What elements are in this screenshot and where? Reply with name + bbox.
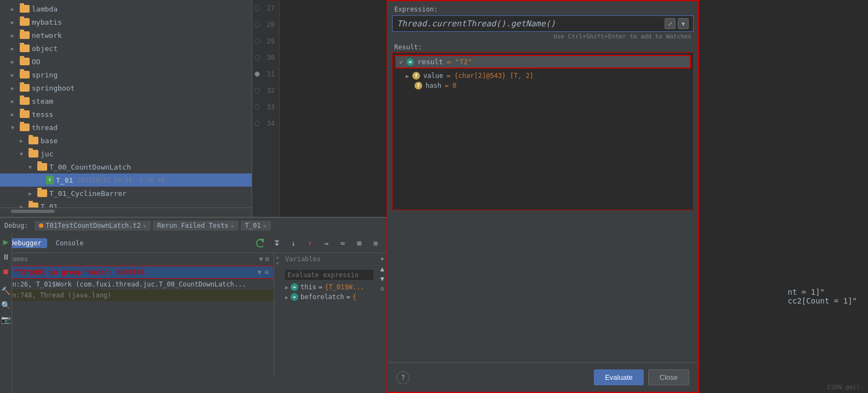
tree-item-spring[interactable]: ▶ spring [0, 68, 252, 81]
search-icon[interactable]: 🔍 [1, 301, 10, 310]
vars-settings-icon[interactable]: ⚙ [380, 285, 384, 293]
result-sub-row-hash[interactable]: f hash = 0 [395, 81, 691, 91]
resume-icon[interactable]: ▶ [3, 237, 9, 247]
folder-icon [37, 189, 47, 197]
build-icon[interactable]: 🔨 [1, 287, 10, 295]
evaluate-expression-button[interactable]: ≈ [336, 237, 349, 250]
vars-down-arrow[interactable]: ▼ [380, 275, 384, 283]
more-button[interactable]: ⊞ [353, 237, 366, 250]
help-button[interactable]: ? [396, 371, 410, 384]
tree-item-juc[interactable]: ▼ juc [0, 147, 252, 160]
breakpoint-marker [254, 104, 260, 110]
collapse-arrow: ▼ [11, 125, 20, 131]
folder-icon [29, 137, 38, 144]
expression-text: Thread.currentThread().getName() [397, 19, 555, 29]
expression-input-area[interactable]: Thread.currentThread().getName() ⤢ ▼ [392, 15, 694, 32]
tree-item-label: T_00_CountDownLatch [49, 163, 131, 171]
dialog-spacer [388, 210, 698, 363]
collapse-arrow: ▶ [29, 190, 37, 196]
tree-item-T01-file[interactable]: ▶ C T_01 2022/9/21 16:34, 1.56 kB [0, 173, 252, 187]
tree-item-steam[interactable]: ▶ steam [0, 94, 252, 108]
frame-item-1[interactable]: run:26, T_01$Work (com.fuxi.thread.juc.T… [0, 279, 274, 290]
collapse-arrow: ▶ [11, 72, 20, 78]
run-to-cursor-button[interactable]: → [320, 237, 333, 250]
tree-item-T00[interactable]: ▼ T_00_CountDownLatch [0, 160, 252, 173]
step-out-button[interactable]: ↑ [303, 237, 316, 250]
line-31: 31 [252, 66, 279, 82]
code-line-30 [280, 49, 387, 66]
code-line-bottom-1: nt = 1]" [788, 288, 857, 296]
result-sub-row-value[interactable]: ▶ f value = {char[2]@543} [T, 2] [395, 71, 691, 81]
tree-item-label: lambda [32, 5, 58, 13]
expand-icon[interactable]: ⊞ [265, 255, 269, 263]
frame-label-2: run:748, Thread (java.lang) [4, 291, 111, 299]
vars-up-arrow[interactable]: ▲ [380, 265, 384, 273]
rerun-button[interactable] [254, 237, 267, 250]
filter-frame-icon[interactable]: ▼ [258, 268, 262, 276]
step-over-button[interactable] [270, 237, 283, 250]
filter-icon[interactable]: ▼ [259, 255, 263, 263]
close-icon[interactable]: ✕ [143, 223, 146, 229]
var-value: {T_01$W... [325, 283, 364, 291]
code-line-32 [280, 82, 387, 99]
tree-item-label: thread [32, 123, 58, 132]
add-watch-icon[interactable]: + [380, 255, 384, 263]
folder-icon [20, 31, 30, 39]
frames-panel: Frames ▼ ⊞ "T3"@491 in group "main": RUN… [0, 253, 274, 378]
code-line-29 [280, 33, 387, 49]
breakpoint-marker [254, 5, 260, 11]
settings-button[interactable]: ≡ [369, 237, 382, 250]
debug-sidebar-icons: ▶ ⏸ ■ 🔨 🔍 📷 [0, 233, 12, 393]
expand-expr-icon[interactable]: ⤢ [665, 18, 676, 29]
frames-scrollbar[interactable]: ▲ ▼ [274, 253, 281, 378]
tree-item-mybatis[interactable]: ▶ mybatis [0, 15, 252, 29]
tree-item-tesss[interactable]: ▶ tesss [0, 108, 252, 121]
console-tab[interactable]: Console [50, 238, 89, 248]
close-button[interactable]: Close [648, 369, 689, 385]
frame-item-0[interactable]: "T3"@491 in group "main": RUNNING ▼ ⊞ [0, 266, 274, 279]
horizontal-scrollbar[interactable] [11, 210, 55, 213]
scroll-up-arrow[interactable]: ▲ [276, 254, 279, 260]
tree-item-thread[interactable]: ▼ thread [0, 121, 252, 134]
collapse-arrow: ▶ [11, 6, 20, 12]
session-tab-1[interactable]: Rerun Failed Tests ✕ [153, 221, 239, 231]
result-label: Result: [388, 41, 698, 52]
tree-item-label: steam [32, 97, 53, 105]
code-line-27 [280, 0, 387, 16]
tree-item-T01Cycline[interactable]: ▶ T_01_CyclineBarrer [0, 187, 252, 200]
scroll-down-arrow[interactable]: ▼ [276, 261, 279, 266]
var-item-beforelatch[interactable]: ▶ ∞ beforelatch = { [283, 292, 376, 302]
frame-item-2[interactable]: run:748, Thread (java.lang) [0, 290, 274, 301]
session-tab-0[interactable]: T01TestCountDownLatch.t2 ✕ [35, 221, 150, 231]
camera-icon[interactable]: 📷 [1, 315, 10, 324]
collapse-arrow: ▼ [29, 164, 37, 170]
pause-icon[interactable]: ⏸ [2, 252, 10, 261]
session-tab-2[interactable]: T_01 ✕ [241, 221, 271, 231]
frames-header-right: ▼ ⊞ [259, 255, 269, 263]
var-item-this[interactable]: ▶ ∞ this = {T_01$W... [283, 282, 376, 292]
breakpoint-marker [254, 22, 260, 27]
tree-item-springboot[interactable]: ▶ springboot [0, 81, 252, 94]
folder-icon [20, 44, 30, 52]
stop-icon[interactable]: ■ [3, 267, 8, 276]
tree-item-lambda[interactable]: ▶ lambda [0, 2, 252, 15]
line-numbers: 27 28 29 30 31 32 33 34 [252, 0, 280, 217]
tree-item-label: object [32, 44, 58, 53]
expression-label: Expression: [394, 5, 691, 13]
result-main-row[interactable]: ✓ ∞ result = "T2" [395, 55, 691, 69]
close-icon[interactable]: ✕ [263, 223, 266, 229]
step-into-button[interactable]: ↓ [287, 237, 300, 250]
tree-item-OO[interactable]: ▶ OO [0, 55, 252, 68]
evaluate-button[interactable]: Evaluate [594, 369, 644, 385]
close-icon[interactable]: ✕ [231, 223, 234, 229]
code-line-33 [280, 99, 387, 115]
collapse-arrow: ▶ [11, 46, 20, 52]
vars-content: ▶ ∞ this = {T_01$W... ▶ ∞ beforelatch = … [281, 266, 378, 304]
tree-item-base[interactable]: ▶ base [0, 134, 252, 147]
code-editor[interactable] [280, 0, 387, 217]
tree-item-network[interactable]: ▶ network [0, 29, 252, 42]
dropdown-expr-icon[interactable]: ▼ [678, 18, 689, 29]
evaluate-expression-input[interactable] [285, 270, 373, 280]
tree-item-object[interactable]: ▶ object [0, 42, 252, 55]
expand-frame-icon[interactable]: ⊞ [265, 268, 269, 276]
